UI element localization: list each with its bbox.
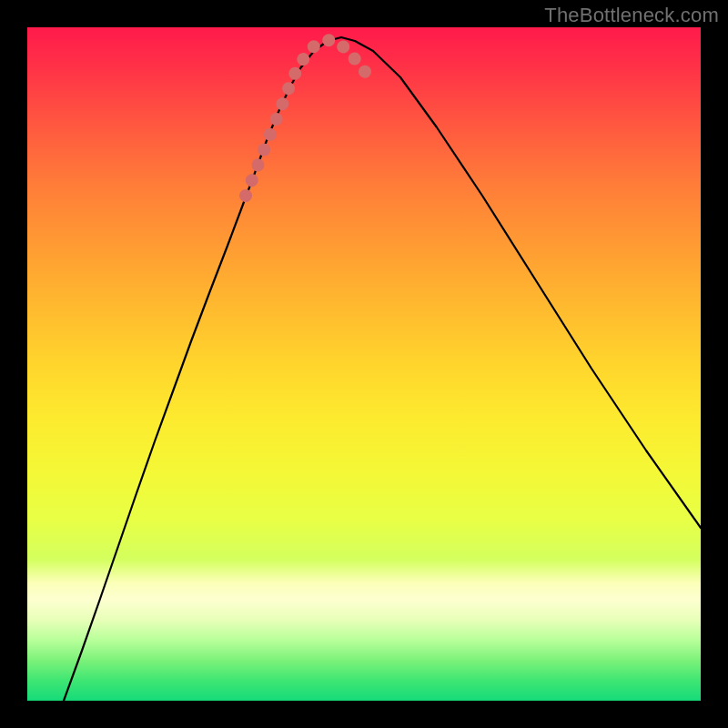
plot-area [27,27,701,701]
highlight-segment [246,40,373,196]
curve-svg [27,27,701,701]
bottleneck-curve [64,37,701,701]
chart-frame: TheBottleneck.com [0,0,728,728]
watermark-text: TheBottleneck.com [544,4,719,27]
